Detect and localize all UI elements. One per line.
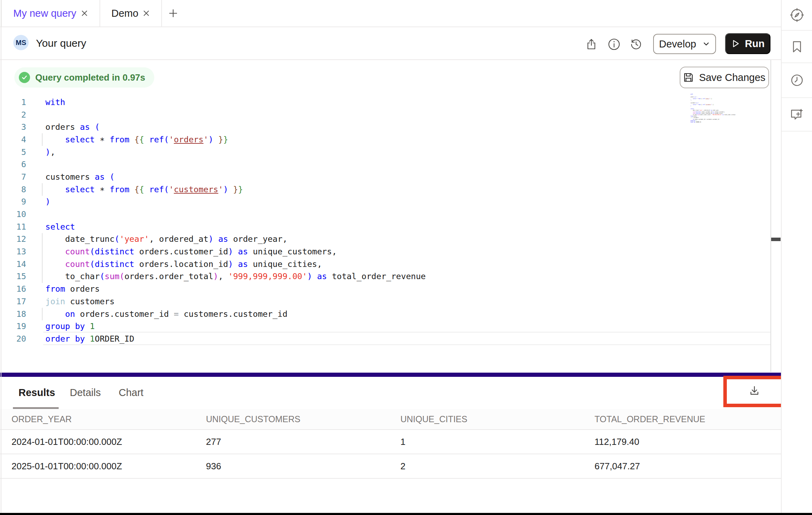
cell: 277 [206,430,221,454]
query-status-text: Query completed in 0.97s [35,72,145,83]
tab-chart[interactable]: Chart [119,378,143,407]
table-row-2[interactable]: 2025-01-01T00:00:00.000Z9362677,047.27 [0,454,781,479]
pane-splitter[interactable] [0,373,781,377]
column-header-unique_cities: UNIQUE_CITIES [400,409,467,429]
tab-results[interactable]: Results [19,378,55,407]
column-header-total_order_revenue: TOTAL_ORDER_REVENUE [595,409,705,429]
code-line-1: 1with [0,96,426,109]
tab-demo-close-icon[interactable] [142,9,150,17]
tab-my-new-query-label: My new query [13,8,76,19]
tab-details[interactable]: Details [70,378,101,407]
query-title: Your query [36,27,86,59]
share-icon[interactable] [585,38,597,50]
code-line-10: 10 [0,208,426,221]
run-button-label: Run [745,38,765,50]
tab-my-new-query-close-icon[interactable] [81,9,88,17]
play-icon [731,39,740,48]
code-line-12: 12 date_trunc('year', ordered_at) as ord… [0,233,426,246]
sidebar-item-explore[interactable] [782,0,812,31]
history-icon[interactable] [630,38,642,51]
annotation-highlight-box [723,376,785,407]
bookmark-icon [790,40,803,53]
code-line-20: order by 1ORDER_ID [691,121,746,123]
editor-scrollbar-thumb[interactable] [771,238,781,241]
avatar: MS [13,35,29,50]
code-line-5: 5), [0,146,426,158]
cell: 1 [400,430,405,454]
sidebar-item-bookmarks[interactable] [782,31,812,63]
cell: 936 [206,454,221,478]
left-window-edge [1,0,1,513]
download-icon [748,385,761,397]
tab-demo-label: Demo [111,8,138,19]
column-header-unique_customers: UNIQUE_CUSTOMERS [206,409,300,429]
save-icon [683,72,694,83]
chevron-down-icon [702,40,710,48]
cell: 2025-01-01T00:00:00.000Z [12,454,122,478]
cell: 677,047.27 [595,454,640,478]
code-line-20: 20order by 1ORDER_ID [0,333,426,345]
code-line-6: 6 [0,158,426,171]
cell: 112,179.40 [595,430,639,454]
right-sidebar [781,0,812,515]
results-table-header: ORDER_YEARUNIQUE_CUSTOMERSUNIQUE_CITIEST… [0,409,781,430]
editor-tab-bar: My new query Demo [0,0,781,27]
query-header: MS Your query Develop Run [0,27,781,60]
code-line-11: 11select [0,221,426,233]
code-line-14: 14 count(distinct orders.location_id) as… [0,258,426,270]
save-changes-button[interactable]: Save Changes [680,67,769,88]
tab-my-new-query[interactable]: My new query [1,0,100,27]
table-row-1[interactable]: 2024-01-01T00:00:00.000Z2771112,179.40 [0,430,781,454]
code-line-9: 9) [0,196,426,208]
code-line-19: 19group by 1 [0,320,426,333]
code-area[interactable]: 1with23orders as (4 select * from {{ ref… [0,96,426,345]
chat-sparkle-icon [789,107,804,122]
query-status-pill: Query completed in 0.97s [14,67,154,88]
new-tab-plus-icon[interactable] [168,8,178,18]
code-line-16: 16from orders [0,283,426,295]
code-line-17: 17join customers [0,295,426,308]
code-line-8: 8 select * from {{ ref('customers') }} [0,183,426,196]
code-line-7: 7customers as ( [0,171,426,183]
code-line-15: 15 to_char(sum(orders.order_total), '999… [0,270,426,283]
cell: 2024-01-01T00:00:00.000Z [12,430,122,454]
info-icon[interactable] [608,38,620,51]
compass-icon [789,8,804,23]
download-button[interactable] [748,385,761,398]
sidebar-item-ai-chat[interactable] [782,98,812,132]
check-circle-icon [19,72,30,83]
code-line-18: 18 on orders.customer_id = customers.cus… [0,308,426,320]
code-minimap[interactable]: withorders as ( select * from {{ ref('or… [691,94,746,125]
code-line-13: 13 count(distinct orders.customer_id) as… [0,245,426,258]
cell: 2 [400,454,405,478]
develop-button[interactable]: Develop [653,34,716,54]
develop-button-label: Develop [659,38,696,50]
save-changes-label: Save Changes [699,72,765,83]
app-window: My new query Demo MS Your query [0,0,812,515]
column-header-order_year: ORDER_YEAR [12,409,72,429]
code-line-2: 2 [0,109,426,121]
code-line-4: 4 select * from {{ ref('orders') }} [0,133,426,146]
run-button[interactable]: Run [725,33,770,54]
tab-demo[interactable]: Demo [100,0,162,27]
code-line-3: 3orders as ( [0,121,426,133]
sidebar-item-history[interactable] [782,63,812,98]
bottom-window-edge [0,513,812,515]
results-tab-bar: Results Details Chart [0,378,781,409]
sql-editor[interactable]: Query completed in 0.97s Save Changes 1w… [0,60,781,372]
clock-icon [790,74,803,87]
editor-scrollbar-track [770,60,771,372]
